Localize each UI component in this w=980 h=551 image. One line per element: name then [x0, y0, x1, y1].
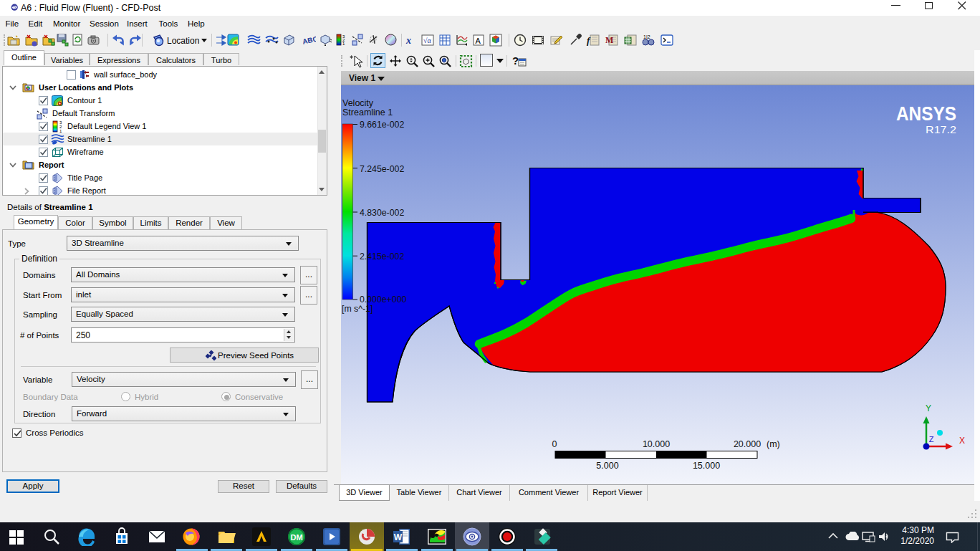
- svg-text:9.661e-002: 9.661e-002: [360, 120, 404, 130]
- svg-text:√α: √α: [423, 37, 431, 44]
- svg-text:A: A: [476, 37, 481, 45]
- svg-text:1: 1: [342, 42, 345, 46]
- svg-text:0.000e+000: 0.000e+000: [360, 294, 406, 305]
- svg-text:?: ?: [512, 54, 519, 67]
- svg-text:4.830e-002: 4.830e-002: [360, 208, 404, 218]
- svg-text:10.000: 10.000: [643, 439, 670, 449]
- svg-text:(m): (m): [767, 439, 780, 449]
- svg-text:2.415e-002: 2.415e-002: [360, 251, 404, 262]
- svg-text:Velocity: Velocity: [342, 98, 374, 108]
- svg-text:x: x: [405, 35, 411, 46]
- svg-text:Y: Y: [926, 403, 931, 413]
- svg-text:20.000: 20.000: [734, 439, 761, 449]
- svg-text:M: M: [605, 35, 613, 45]
- svg-text:ANSYS: ANSYS: [896, 102, 956, 125]
- svg-text:Streamline 1: Streamline 1: [342, 107, 393, 118]
- svg-text:X: X: [959, 436, 965, 446]
- svg-text:ABC: ABC: [302, 34, 316, 45]
- svg-text:R17.2: R17.2: [926, 124, 956, 135]
- svg-text:7.245e-002: 7.245e-002: [360, 164, 404, 174]
- svg-text:5.000: 5.000: [596, 461, 618, 471]
- svg-text:[m s^-1]: [m s^-1]: [342, 304, 373, 314]
- svg-text:Z: Z: [929, 435, 934, 444]
- svg-text:15.000: 15.000: [693, 461, 720, 471]
- svg-text:DM: DM: [290, 533, 302, 542]
- svg-text:W: W: [394, 532, 403, 542]
- svg-text:0: 0: [552, 439, 557, 449]
